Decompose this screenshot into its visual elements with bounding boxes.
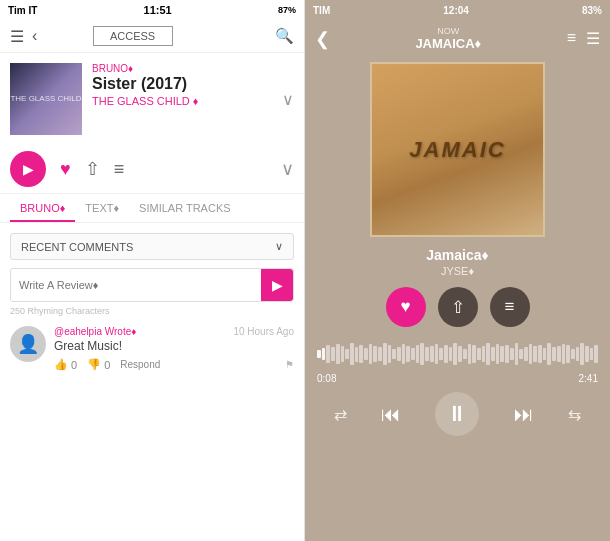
total-time: 2:41: [579, 373, 598, 384]
review-input[interactable]: [11, 271, 261, 299]
like-icon: 👍: [54, 358, 68, 371]
player-nav: ❮ Now JAMAICA♦ ≡ ☰: [305, 20, 610, 57]
flag-icon[interactable]: ⚑: [285, 359, 294, 370]
send-button[interactable]: ▶: [261, 269, 293, 301]
player-nav-label: Now: [338, 26, 559, 36]
carrier-left: Tim IT: [8, 5, 37, 16]
like-button[interactable]: 👍 0: [54, 358, 77, 371]
player-track-artist: JYSE♦: [305, 265, 610, 277]
player-back-icon[interactable]: ❮: [315, 28, 330, 50]
share-icon[interactable]: ⇧: [85, 158, 100, 180]
heart-icon[interactable]: ♥: [60, 159, 71, 180]
back-icon[interactable]: ‹: [32, 27, 37, 45]
top-nav-left: ☰ ‹ ACCESS 🔍: [0, 20, 304, 53]
dislike-count: 0: [104, 359, 110, 371]
track-artist: BRUNO♦: [92, 63, 272, 74]
controls-bar: ⇄ ⏮ ⏸ ⏭ ⇆: [305, 392, 610, 444]
waveform: [317, 339, 598, 369]
player-heart-button[interactable]: ♥: [386, 287, 426, 327]
tabs-bar: BRUNO♦ TEXT♦ SIMILAR TRACKS: [0, 194, 304, 223]
comment-body: @eahelpia Wrote♦ 10 Hours Ago Great Musi…: [54, 326, 294, 371]
play-pause-button[interactable]: ⏸: [435, 392, 479, 436]
more-icon[interactable]: ∨: [281, 158, 294, 180]
waveform-area[interactable]: [305, 339, 610, 369]
time-bar: 0:08 2:41: [305, 373, 610, 384]
jamaica-art-label: JAMAIC: [372, 64, 543, 235]
shuffle-icon[interactable]: ⇆: [568, 405, 581, 424]
access-button[interactable]: ACCESS: [93, 26, 173, 46]
player-action-bar: ♥ ⇧ ≡: [305, 287, 610, 327]
play-button[interactable]: ▶: [10, 151, 46, 187]
player-list-button[interactable]: ≡: [490, 287, 530, 327]
time-left: 11:51: [144, 4, 172, 16]
tab-similar-tracks[interactable]: SIMILAR TRACKS: [129, 194, 241, 222]
status-bar-left: Tim IT 11:51 87%: [0, 0, 304, 20]
album-art-label: THE GLASS CHILD: [10, 94, 81, 104]
status-bar-right: TIM 12:04 83%: [305, 0, 610, 20]
track-details: BRUNO♦ Sister (2017) THE GLASS CHILD ♦: [92, 63, 272, 107]
player-heart-icon: ♥: [400, 297, 410, 317]
comment-header: @eahelpia Wrote♦ 10 Hours Ago: [54, 326, 294, 337]
tab-bruno[interactable]: BRUNO♦: [10, 194, 75, 222]
player-nav-title: JAMAICA♦: [338, 36, 559, 51]
comment-username[interactable]: @eahelpia Wrote♦: [54, 326, 136, 337]
track-info: THE GLASS CHILD BRUNO♦ Sister (2017) THE…: [0, 53, 304, 145]
action-bar-left: ▶ ♥ ⇧ ≡ ∨: [0, 145, 304, 194]
player-share-button[interactable]: ⇧: [438, 287, 478, 327]
list-icon[interactable]: ≡: [114, 159, 125, 180]
track-title: Sister (2017): [92, 74, 272, 93]
prev-button[interactable]: ⏮: [381, 403, 401, 426]
comment-time: 10 Hours Ago: [233, 326, 294, 337]
chevron-down-icon[interactable]: ∨: [282, 90, 294, 109]
player-track-title: Jamaica♦: [305, 247, 610, 263]
battery-right: 83%: [582, 5, 602, 16]
respond-button[interactable]: Respond: [120, 359, 160, 370]
avatar: 👤: [10, 326, 46, 362]
dislike-button[interactable]: 👎 0: [87, 358, 110, 371]
comment-item: 👤 @eahelpia Wrote♦ 10 Hours Ago Great Mu…: [10, 326, 294, 371]
battery-left: 87%: [278, 5, 296, 15]
player-share-icon: ⇧: [451, 297, 465, 318]
next-button[interactable]: ⏭: [514, 403, 534, 426]
review-input-row: ▶: [10, 268, 294, 302]
char-count: 250 Rhyming Characters: [10, 306, 294, 316]
play-icon: ▶: [23, 161, 34, 177]
album-art-left: THE GLASS CHILD: [10, 63, 82, 135]
tab-text[interactable]: TEXT♦: [75, 194, 129, 222]
pause-icon: ⏸: [446, 401, 468, 427]
right-panel: TIM 12:04 83% ❮ Now JAMAICA♦ ≡ ☰ JAMAIC …: [305, 0, 610, 541]
send-icon: ▶: [272, 277, 283, 293]
like-count: 0: [71, 359, 77, 371]
track-album: THE GLASS CHILD ♦: [92, 95, 272, 107]
player-nav-center: Now JAMAICA♦: [338, 26, 559, 51]
current-time: 0:08: [317, 373, 336, 384]
recent-comments-dropdown[interactable]: RECENT COMMENTS ∨: [10, 233, 294, 260]
player-list-icon[interactable]: ≡: [567, 29, 576, 48]
comments-section: RECENT COMMENTS ∨ ▶ 250 Rhyming Characte…: [0, 223, 304, 541]
player-nav-icons: ≡ ☰: [567, 29, 600, 48]
comments-dropdown-label: RECENT COMMENTS: [21, 241, 133, 253]
carrier-right: TIM: [313, 5, 330, 16]
player-menu-icon[interactable]: ☰: [586, 29, 600, 48]
comment-text: Great Music!: [54, 339, 294, 353]
avatar-icon: 👤: [17, 333, 39, 355]
dislike-icon: 👎: [87, 358, 101, 371]
dropdown-chevron-icon: ∨: [275, 240, 283, 253]
album-art-main: JAMAIC: [370, 62, 545, 237]
hamburger-icon[interactable]: ☰: [10, 27, 24, 46]
player-list-icon-btn: ≡: [505, 297, 515, 317]
loop-icon[interactable]: ⇄: [334, 405, 347, 424]
search-icon[interactable]: 🔍: [275, 27, 294, 45]
comment-actions: 👍 0 👎 0 Respond ⚑: [54, 358, 294, 371]
time-right: 12:04: [443, 5, 469, 16]
left-panel: Tim IT 11:51 87% ☰ ‹ ACCESS 🔍 THE GLASS …: [0, 0, 305, 541]
